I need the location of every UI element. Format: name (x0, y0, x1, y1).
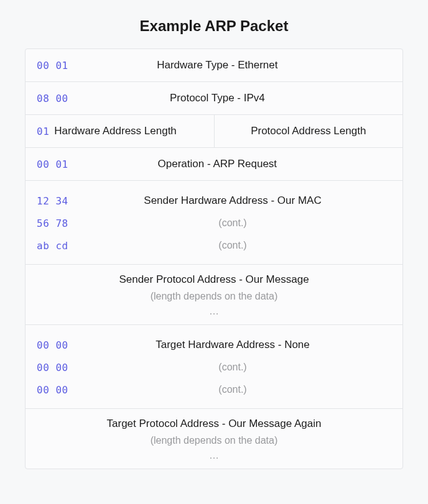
field-label: Protocol Address Length (226, 125, 392, 137)
hex-value: 12 34 (37, 195, 74, 207)
hex-value: 00 00 (37, 339, 74, 351)
field-label: Sender Hardware Address - Our MAC (74, 195, 391, 207)
row-operation: 00 01 Operation - ARP Request (26, 148, 402, 181)
continuation-note: (cont.) (74, 240, 391, 251)
length-note: (length depends on the data) (37, 291, 391, 302)
field-label: Target Protocol Address - Our Message Ag… (37, 418, 391, 430)
field-label: Hardware Address Length (54, 125, 202, 137)
ellipsis-icon: … (209, 306, 219, 316)
row-address-lengths: 01 Hardware Address Length Protocol Addr… (26, 115, 402, 148)
field-label: Operation - ARP Request (44, 158, 391, 170)
field-label: Hardware Type - Ethernet (44, 59, 391, 71)
continuation-note: (cont.) (74, 362, 391, 373)
row-sender-hardware-address: 12 34 Sender Hardware Address - Our MAC … (26, 181, 402, 265)
hex-value: 00 00 (37, 384, 74, 396)
field-label: Sender Protocol Address - Our Message (37, 273, 391, 286)
hex-value: ab cd (37, 240, 74, 252)
continuation-note: (cont.) (74, 384, 391, 395)
field-label: Target Hardware Address - None (74, 339, 391, 351)
field-label: Protocol Type - IPv4 (44, 92, 391, 104)
row-target-hardware-address: 00 00 Target Hardware Address - None 00 … (26, 325, 402, 409)
row-target-protocol-address: Target Protocol Address - Our Message Ag… (26, 409, 402, 469)
hex-value: 01 (37, 126, 49, 137)
hex-value: 56 78 (37, 218, 74, 229)
row-hardware-type: 00 01 Hardware Type - Ethernet (26, 49, 402, 82)
length-note: (length depends on the data) (37, 435, 391, 446)
arp-packet-diagram: 00 01 Hardware Type - Ethernet 08 00 Pro… (25, 48, 403, 469)
ellipsis-icon: … (209, 450, 219, 460)
hex-value: 00 00 (37, 362, 74, 373)
diagram-title: Example ARP Packet (25, 17, 403, 35)
continuation-note: (cont.) (74, 218, 391, 229)
row-protocol-type: 08 00 Protocol Type - IPv4 (26, 82, 402, 115)
row-sender-protocol-address: Sender Protocol Address - Our Message (l… (26, 265, 402, 325)
